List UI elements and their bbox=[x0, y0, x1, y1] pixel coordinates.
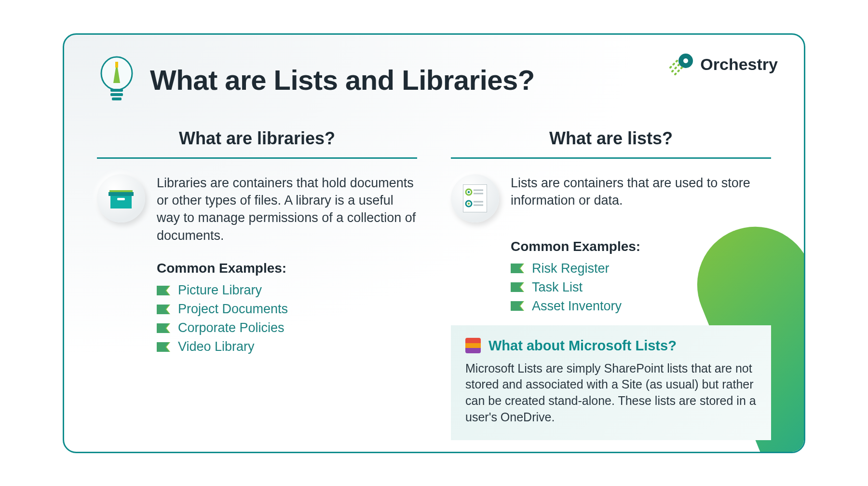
svg-rect-22 bbox=[463, 184, 487, 212]
example-label: Asset Inventory bbox=[532, 299, 622, 314]
callout-title: What about Microsoft Lists? bbox=[488, 338, 677, 354]
svg-rect-7 bbox=[110, 89, 123, 92]
flag-icon bbox=[511, 282, 524, 292]
columns: What are libraries? Libraries are contai… bbox=[97, 128, 771, 440]
list-item: Task List bbox=[511, 280, 771, 295]
libraries-description: Libraries are containers that hold docum… bbox=[157, 174, 417, 245]
libraries-examples: Common Examples: Picture Library Project… bbox=[157, 261, 417, 354]
svg-rect-8 bbox=[110, 93, 123, 96]
list-item: Video Library bbox=[157, 339, 417, 354]
page-title: What are Lists and Libraries? bbox=[150, 64, 535, 96]
svg-rect-13 bbox=[117, 198, 125, 200]
list-item: Corporate Policies bbox=[157, 320, 417, 335]
lists-heading: What are lists? bbox=[451, 128, 771, 159]
orchestry-logo-icon bbox=[669, 51, 694, 78]
brand-logo: Orchestry bbox=[669, 51, 778, 78]
example-label: Risk Register bbox=[532, 261, 610, 276]
microsoft-lists-icon bbox=[465, 338, 481, 353]
svg-rect-12 bbox=[110, 196, 132, 208]
svg-point-1 bbox=[683, 58, 688, 63]
flag-icon bbox=[157, 305, 170, 314]
svg-marker-32 bbox=[511, 264, 523, 273]
callout-body: Microsoft Lists are simply SharePoint li… bbox=[465, 361, 757, 426]
example-label: Corporate Policies bbox=[178, 320, 285, 335]
example-label: Picture Library bbox=[178, 283, 262, 298]
svg-point-24 bbox=[468, 191, 470, 193]
flag-icon bbox=[511, 264, 524, 273]
svg-rect-6 bbox=[115, 62, 118, 68]
libraries-column: What are libraries? Libraries are contai… bbox=[97, 128, 417, 440]
list-item: Project Documents bbox=[157, 302, 417, 317]
svg-rect-9 bbox=[112, 97, 122, 100]
svg-marker-36 bbox=[511, 301, 523, 311]
example-label: Project Documents bbox=[178, 302, 288, 317]
svg-marker-34 bbox=[511, 282, 523, 292]
libraries-heading: What are libraries? bbox=[97, 128, 417, 159]
svg-marker-17 bbox=[157, 305, 169, 314]
svg-line-3 bbox=[670, 60, 678, 68]
list-item: Asset Inventory bbox=[511, 299, 771, 314]
svg-rect-11 bbox=[108, 192, 134, 196]
flag-icon bbox=[157, 342, 170, 352]
list-item: Picture Library bbox=[157, 283, 417, 298]
lists-examples-label: Common Examples: bbox=[511, 239, 771, 254]
list-item: Risk Register bbox=[511, 261, 771, 276]
libraries-body: Libraries are containers that hold docum… bbox=[97, 174, 417, 245]
callout-header: What about Microsoft Lists? bbox=[465, 338, 757, 354]
callout-ms-lists: What about Microsoft Lists? Microsoft Li… bbox=[451, 325, 771, 440]
lists-examples: Common Examples: Risk Register Task List… bbox=[511, 239, 771, 314]
flag-icon bbox=[157, 323, 170, 333]
archive-box-icon bbox=[97, 174, 145, 222]
example-label: Task List bbox=[532, 280, 583, 295]
brand-name: Orchestry bbox=[700, 55, 778, 74]
lists-description: Lists are containers that are used to st… bbox=[511, 174, 771, 209]
svg-point-28 bbox=[468, 202, 470, 204]
libraries-examples-label: Common Examples: bbox=[157, 261, 417, 276]
slide: Orchestry What are Lists and Libraries? … bbox=[63, 33, 805, 453]
example-label: Video Library bbox=[178, 339, 255, 354]
lists-column: What are lists? Lists are c bbox=[451, 128, 771, 440]
libraries-example-list: Picture Library Project Documents Corpor… bbox=[157, 283, 417, 354]
list-document-icon bbox=[451, 174, 499, 222]
svg-marker-21 bbox=[157, 342, 169, 352]
flag-icon bbox=[511, 301, 524, 311]
lists-body: Lists are containers that are used to st… bbox=[451, 174, 771, 222]
lightbulb-icon bbox=[97, 55, 136, 105]
lists-example-list: Risk Register Task List Asset Inventory bbox=[511, 261, 771, 314]
flag-icon bbox=[157, 286, 170, 295]
svg-marker-19 bbox=[157, 323, 169, 333]
svg-marker-15 bbox=[157, 286, 169, 295]
